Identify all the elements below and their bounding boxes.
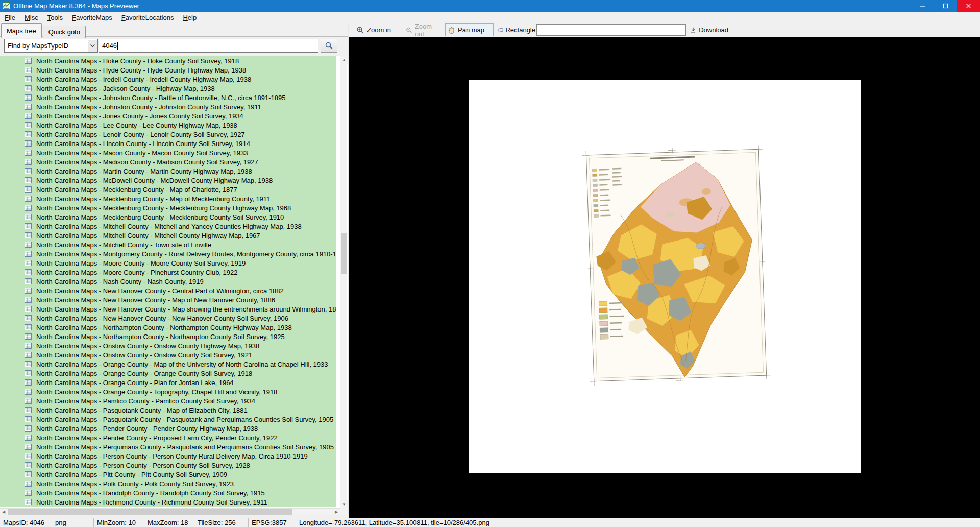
title-bar: Offline Map Maker 8.364 - Maps Previewer (0, 0, 980, 12)
tree-item[interactable]: North Carolina Maps - Johnston County - … (0, 102, 336, 111)
toolbar-text-input[interactable] (536, 24, 686, 36)
tree-item[interactable]: North Carolina Maps - Mitchell County - … (0, 222, 336, 231)
pan-map-button[interactable]: Pan map (445, 23, 494, 36)
tree-item[interactable]: North Carolina Maps - Hoke County - Hoke… (0, 56, 336, 65)
zoom-in-icon (356, 26, 364, 34)
tree-item[interactable]: North Carolina Maps - Pasquotank County … (0, 405, 336, 415)
tree-item[interactable]: North Carolina Maps - Macon County - Mac… (0, 148, 336, 157)
tree-item[interactable]: North Carolina Maps - New Hanover County… (0, 314, 336, 323)
tree-item[interactable]: North Carolina Maps - Pender County - Pr… (0, 433, 336, 442)
menu-tools[interactable]: Tools (43, 12, 67, 23)
tree-item-label: North Carolina Maps - Pasquotank County … (35, 416, 335, 423)
tree-item[interactable]: North Carolina Maps - Northampton County… (0, 332, 336, 341)
tree-item[interactable]: North Carolina Maps - Nash County - Nash… (0, 277, 336, 286)
tree-item[interactable]: North Carolina Maps - Mecklenburg County… (0, 194, 336, 203)
tree-item[interactable]: North Carolina Maps - Pitt County - Pitt… (0, 470, 336, 479)
tree-item[interactable]: North Carolina Maps - McDowell County - … (0, 176, 336, 185)
tree-item-label: North Carolina Maps - Madison County - M… (35, 158, 260, 166)
rectangle-button[interactable]: Rectangle (496, 23, 538, 36)
scroll-down-arrow-icon[interactable]: ▼ (340, 500, 348, 508)
tree-item[interactable]: North Carolina Maps - Mitchell County - … (0, 240, 336, 249)
tree-vertical-scrollbar[interactable]: ▲ ▼ (340, 56, 347, 508)
tree-item[interactable]: North Carolina Maps - Iredell County - I… (0, 75, 336, 84)
map-sheet-icon (24, 297, 32, 303)
tree-horizontal-scrollbar[interactable]: ◀ ▶ (0, 508, 340, 515)
close-button[interactable] (957, 0, 980, 12)
download-button[interactable]: Download (688, 23, 731, 36)
map-sheet-icon (24, 288, 32, 294)
tree-item[interactable]: North Carolina Maps - Mecklenburg County… (0, 212, 336, 222)
tree-item[interactable]: North Carolina Maps - New Hanover County… (0, 295, 336, 304)
tree-item[interactable]: North Carolina Maps - Orange County - Ma… (0, 360, 336, 369)
search-input[interactable]: 4046 (99, 39, 318, 53)
tree-item[interactable]: North Carolina Maps - Mitchell County - … (0, 231, 336, 240)
menu-favoritemaps[interactable]: FavoriteMaps (67, 12, 117, 23)
tree-item[interactable]: North Carolina Maps - Pender County - Pe… (0, 424, 336, 433)
menu-file[interactable]: File (0, 12, 20, 23)
scroll-left-arrow-icon[interactable]: ◀ (0, 509, 7, 515)
tab-maps-tree[interactable]: Maps tree (1, 23, 42, 38)
minimize-button[interactable] (911, 0, 934, 12)
tree-item[interactable]: North Carolina Maps - Richmond County - … (0, 497, 336, 507)
tree-item[interactable]: North Carolina Maps - Hyde County - Hyde… (0, 65, 336, 75)
tree-item-label: North Carolina Maps - Hoke County - Hoke… (35, 57, 240, 65)
maximize-button[interactable] (934, 0, 957, 12)
tree-item[interactable]: North Carolina Maps - Jones County - Jon… (0, 111, 336, 121)
tree-item[interactable]: North Carolina Maps - Jackson County - H… (0, 84, 336, 93)
tree-item-label: North Carolina Maps - Lincoln County - L… (35, 140, 252, 148)
menu-favoritelocations[interactable]: FavoriteLocations (117, 12, 179, 23)
scroll-right-arrow-icon[interactable]: ▶ (333, 509, 340, 515)
zoom-in-button[interactable]: Zoom in (354, 23, 395, 36)
vertical-scroll-thumb[interactable] (341, 233, 347, 274)
tree-item[interactable]: North Carolina Maps - New Hanover County… (0, 286, 336, 295)
tree-item[interactable]: North Carolina Maps - Mecklenburg County… (0, 203, 336, 212)
tree-item[interactable]: North Carolina Maps - Orange County - Or… (0, 369, 336, 378)
tree-item[interactable]: North Carolina Maps - Moore County - Moo… (0, 258, 336, 268)
map-sheet-icon (24, 471, 32, 477)
tree-item[interactable]: North Carolina Maps - Johnston County - … (0, 93, 336, 102)
map-toolbar: Zoom in Zoom out Pan map Rectangle Downl… (349, 23, 980, 37)
map-sheet-icon (24, 168, 32, 174)
tree-item[interactable]: North Carolina Maps - Lincoln County - L… (0, 139, 336, 148)
tree-item[interactable]: North Carolina Maps - Orange County - Pl… (0, 378, 336, 387)
tree-item-label: North Carolina Maps - Mecklenburg County… (35, 186, 239, 194)
tree-item[interactable]: North Carolina Maps - Orange County - To… (0, 387, 336, 396)
tree-item[interactable]: North Carolina Maps - Onslow County - On… (0, 350, 336, 360)
tree-item[interactable]: North Carolina Maps - Polk County - Polk… (0, 479, 336, 488)
tree-item-label: North Carolina Maps - Northampton County… (35, 333, 286, 341)
horizontal-scroll-thumb[interactable] (8, 509, 292, 515)
map-sheet-icon (24, 389, 32, 395)
tree-item[interactable]: North Carolina Maps - Randolph County - … (0, 488, 336, 497)
tree-item[interactable]: North Carolina Maps - Lee County - Lee C… (0, 121, 336, 130)
menu-help[interactable]: Help (178, 12, 201, 23)
tree-item[interactable]: North Carolina Maps - Moore County - Pin… (0, 268, 336, 277)
scroll-up-arrow-icon[interactable]: ▲ (340, 56, 348, 64)
tree-item[interactable]: North Carolina Maps - Lenoir County - Le… (0, 130, 336, 139)
tree-item[interactable]: North Carolina Maps - Person County - Pe… (0, 451, 336, 461)
search-button[interactable] (321, 39, 337, 53)
tree-item[interactable]: North Carolina Maps - New Hanover County… (0, 304, 336, 314)
zoom-out-button[interactable]: Zoom out (403, 23, 440, 36)
tree-item[interactable]: North Carolina Maps - Perquimans County … (0, 442, 336, 451)
download-label: Download (699, 26, 728, 34)
tree-item[interactable]: North Carolina Maps - Mecklenburg County… (0, 185, 336, 194)
map-image[interactable] (469, 80, 861, 473)
map-sheet-icon (24, 205, 32, 211)
tree-item-label: North Carolina Maps - New Hanover County… (35, 287, 285, 295)
tree-item[interactable]: North Carolina Maps - Pasquotank County … (0, 415, 336, 424)
tree-item[interactable]: North Carolina Maps - Person County - Pe… (0, 461, 336, 470)
tree-item[interactable]: North Carolina Maps - Montgomery County … (0, 249, 336, 258)
tree-item[interactable]: North Carolina Maps - Pamlico County - P… (0, 396, 336, 405)
menu-misc[interactable]: Misc (20, 12, 43, 23)
tree-item[interactable]: North Carolina Maps - Onslow County - On… (0, 341, 336, 350)
map-sheet-icon (24, 67, 32, 73)
tree-item[interactable]: North Carolina Maps - Madison County - M… (0, 157, 336, 166)
map-sheet-icon (24, 425, 32, 432)
map-sheet-icon (24, 150, 32, 156)
find-by-dropdown[interactable]: Find by MapsTypeID (4, 39, 98, 53)
tree-item[interactable]: North Carolina Maps - Northampton County… (0, 323, 336, 332)
tree-item[interactable]: North Carolina Maps - Martin County - Ma… (0, 166, 336, 176)
map-viewport[interactable] (349, 37, 980, 518)
dropdown-arrow-icon[interactable] (88, 40, 97, 52)
tab-quick-goto[interactable]: Quick goto (43, 26, 86, 38)
